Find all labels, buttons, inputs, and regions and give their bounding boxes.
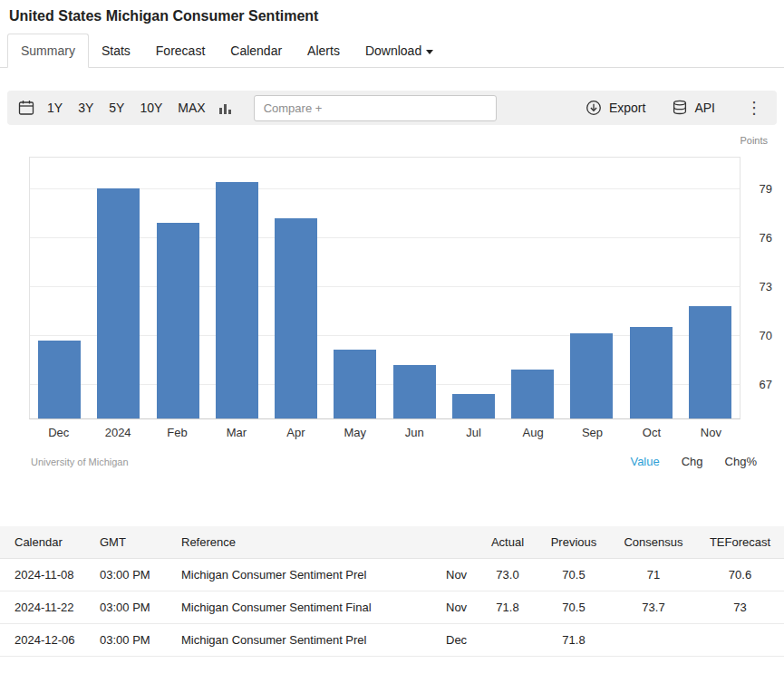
tab-forecast[interactable]: Forecast [143,34,218,67]
bar-jul[interactable] [452,394,495,418]
database-icon [673,100,687,116]
col-header-reference: Reference [172,526,437,559]
bar-mar[interactable] [216,182,258,418]
bar-slot [444,158,503,418]
table-cell: 2024-11-08 [0,559,91,591]
calendar-icon[interactable] [18,100,34,116]
range-max[interactable]: MAX [178,101,205,115]
table-cell: 73 [696,591,784,624]
range-5y[interactable]: 5Y [109,101,124,115]
bar-chart-type-icon[interactable] [218,101,232,115]
bar-aug[interactable] [511,370,554,418]
bar-nov[interactable] [689,306,731,418]
table-cell: Michigan Consumer Sentiment Prel [172,559,437,591]
range-10y[interactable]: 10Y [140,101,162,115]
bar-jun[interactable] [393,365,436,418]
table-cell: 71.8 [479,591,537,624]
x-axis-label: Nov [682,426,740,439]
x-axis-label: 2024 [88,426,147,439]
x-axis-label: Feb [148,426,207,439]
tab-alerts[interactable]: Alerts [295,34,353,67]
table-cell: 73.7 [611,591,696,624]
bar-slot [89,158,148,418]
table-cell [611,624,696,657]
page-title: United States Michigan Consumer Sentimen… [0,0,784,31]
export-label: Export [609,101,645,115]
bar-slot [30,158,89,418]
bar-feb[interactable] [157,223,199,418]
mode-chgpct[interactable]: Chg% [725,455,757,468]
x-axis-label: Jul [444,426,503,439]
api-label: API [694,101,715,115]
mode-chg[interactable]: Chg [682,455,703,468]
table-cell: Michigan Consumer Sentiment Final [172,591,437,624]
chevron-down-icon [426,50,433,54]
table-row[interactable]: 2024-12-0603:00 PMMichigan Consumer Sent… [0,624,784,657]
tab-download[interactable]: Download [353,34,446,67]
table-cell: 70.5 [537,591,611,624]
bars [30,158,740,418]
tab-summary[interactable]: Summary [7,34,89,68]
x-axis-label: Aug [503,426,562,439]
x-axis-label: Jun [385,426,444,439]
bar-slot [681,158,740,418]
col-header-month [437,526,479,559]
y-axis-label: 70 [760,329,772,342]
bar-dec[interactable] [38,341,81,418]
y-axis-label: 67 [760,378,772,391]
bar-sep[interactable] [570,333,613,418]
tab-stats[interactable]: Stats [89,34,143,67]
api-button[interactable]: API [673,100,715,116]
x-axis: Dec2024FebMarAprMayJunJulAugSepOctNov [29,426,740,439]
chart-section: Points 7976737067 Dec2024FebMarAprMayJun… [0,125,784,468]
bar-slot [622,158,681,418]
mode-value[interactable]: Value [630,455,659,468]
table-header-row: CalendarGMTReferenceActualPreviousConsen… [0,526,784,559]
x-axis-label: Apr [266,426,325,439]
bar-may[interactable] [334,350,376,418]
table-cell: 2024-12-06 [0,624,91,657]
mode-switcher: ValueChgChg% [630,455,757,468]
table-cell: 70.5 [537,559,611,591]
compare-input[interactable] [254,95,497,121]
page: United States Michigan Consumer Sentimen… [0,0,784,657]
more-options-icon[interactable]: ⋮ [742,100,766,116]
bar-slot [503,158,562,418]
bar-chart: 7976737067 [29,157,740,419]
bar-slot [325,158,384,418]
col-header-teforecast: TEForecast [696,526,784,559]
table-cell: 03:00 PM [91,591,172,624]
table-row[interactable]: 2024-11-2203:00 PMMichigan Consumer Sent… [0,591,784,624]
table-cell: 73.0 [479,559,537,591]
x-axis-label: Oct [622,426,681,439]
table-row[interactable]: 2024-11-0803:00 PMMichigan Consumer Sent… [0,559,784,591]
range-3y[interactable]: 3Y [78,101,93,115]
plot-wrap: 7976737067 Dec2024FebMarAprMayJunJulAugS… [29,157,740,439]
export-button[interactable]: Export [586,100,645,116]
x-axis-label: May [325,426,384,439]
bar-oct[interactable] [630,327,673,418]
col-header-consensus: Consensus [611,526,696,559]
x-axis-label: Mar [207,426,266,439]
x-axis-label: Dec [29,426,88,439]
col-header-actual: Actual [479,526,537,559]
calendar-table: CalendarGMTReferenceActualPreviousConsen… [0,526,784,657]
bar-apr[interactable] [275,218,317,418]
col-header-calendar: Calendar [0,526,91,559]
x-axis-label: Sep [563,426,622,439]
table-cell: 70.6 [696,559,784,591]
source-label: University of Michigan [31,457,129,467]
table-cell: 03:00 PM [91,559,172,591]
table-cell: Nov [437,559,479,591]
bar-slot [149,158,208,418]
tab-calendar[interactable]: Calendar [218,34,295,67]
y-axis-label: 73 [760,280,772,293]
range-1y[interactable]: 1Y [47,101,63,115]
bar-slot [266,158,325,418]
bar-2024[interactable] [97,188,140,418]
table-cell: 71 [611,559,696,591]
tab-bar: SummaryStatsForecastCalendarAlertsDownlo… [0,31,784,68]
table-cell: Dec [437,624,479,657]
col-header-gmt: GMT [91,526,172,559]
table-cell: Michigan Consumer Sentiment Prel [172,624,437,657]
